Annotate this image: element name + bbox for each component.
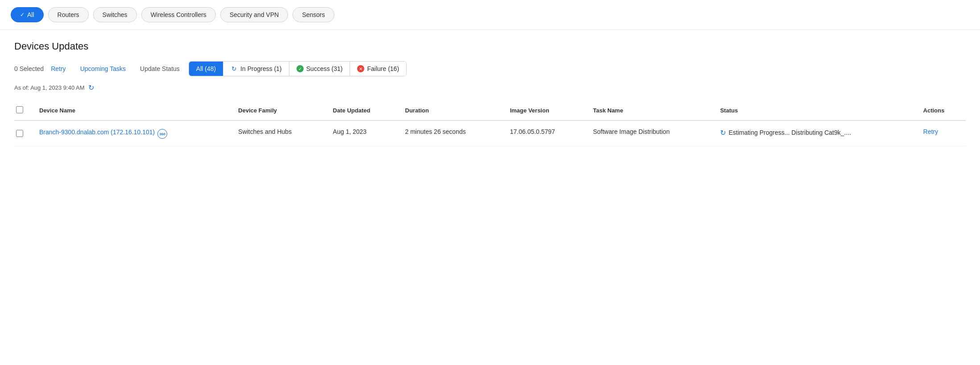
filter-tab-sensors[interactable]: Sensors	[292, 7, 334, 22]
header-duration: Duration	[398, 101, 503, 120]
header-task-name: Task Name	[586, 101, 713, 120]
selected-count: 0 Selected	[14, 65, 44, 72]
row-task-name: Software Image Distribution	[586, 120, 713, 146]
filter-tab-routers[interactable]: Routers	[48, 7, 89, 22]
filter-tab-all[interactable]: ✓ All	[11, 7, 44, 22]
header-checkbox	[14, 101, 32, 120]
success-icon: ✓	[296, 65, 304, 72]
row-device-family: Switches and Hubs	[231, 120, 325, 146]
toolbar: 0 Selected Retry Upcoming Tasks Update S…	[14, 61, 966, 76]
check-icon: ✓	[20, 12, 25, 18]
table-container: Device Name Device Family Date Updated D…	[14, 101, 966, 146]
row-checkbox[interactable]	[16, 130, 23, 137]
upcoming-tasks-button[interactable]: Upcoming Tasks	[80, 65, 126, 72]
header-device-family: Device Family	[231, 101, 325, 120]
row-status-cell: ↻ Estimating Progress... Distributing Ca…	[713, 120, 916, 146]
status-tabs: All (48) ↻ In Progress (1) ✓ Success (31…	[189, 61, 407, 76]
row-checkbox-cell	[14, 120, 32, 146]
row-actions-cell: Retry	[916, 120, 966, 146]
table-header-row: Device Name Device Family Date Updated D…	[14, 101, 966, 120]
update-status-label: Update Status	[140, 65, 180, 72]
header-device-name: Device Name	[32, 101, 231, 120]
header-date-updated: Date Updated	[326, 101, 398, 120]
filter-tabs-bar: ✓ All Routers Switches Wireless Controll…	[0, 0, 980, 30]
row-status-text: Estimating Progress... Distributing Cat9…	[729, 128, 851, 137]
main-content: Devices Updates 0 Selected Retry Upcomin…	[0, 30, 980, 157]
filter-tab-wireless-controllers[interactable]: Wireless Controllers	[141, 7, 216, 22]
in-progress-icon: ↻	[231, 65, 238, 72]
select-all-checkbox[interactable]	[16, 106, 23, 113]
row-image-version: 17.06.05.0.5797	[503, 120, 586, 146]
devices-table: Device Name Device Family Date Updated D…	[14, 101, 966, 146]
header-actions: Actions	[916, 101, 966, 120]
spinning-icon: ↻	[720, 129, 726, 137]
status-tab-failure[interactable]: ✕ Failure (16)	[350, 62, 406, 76]
status-tab-success[interactable]: ✓ Success (31)	[289, 62, 350, 76]
table-row: Branch-9300.dnalab.com (172.16.10.101) 3…	[14, 120, 966, 146]
status-tab-in-progress[interactable]: ↻ In Progress (1)	[223, 62, 289, 76]
header-image-version: Image Version	[503, 101, 586, 120]
retry-button[interactable]: Retry	[51, 65, 66, 72]
row-date-updated: Aug 1, 2023	[326, 120, 398, 146]
header-status: Status	[713, 101, 916, 120]
device-name-link[interactable]: Branch-9300.dnalab.com (172.16.10.101)	[39, 128, 155, 137]
timestamp-row: As of: Aug 1, 2023 9:40 AM ↻	[14, 83, 966, 92]
filter-tab-switches[interactable]: Switches	[93, 7, 137, 22]
refresh-icon[interactable]: ↻	[88, 83, 94, 92]
status-tab-all[interactable]: All (48)	[189, 62, 223, 76]
page-title: Devices Updates	[14, 41, 966, 52]
timestamp-label: As of: Aug 1, 2023 9:40 AM	[14, 84, 85, 91]
failure-icon: ✕	[357, 65, 364, 72]
row-device-name-cell: Branch-9300.dnalab.com (172.16.10.101) 3…	[32, 120, 231, 146]
filter-tab-security-vpn[interactable]: Security and VPN	[220, 7, 288, 22]
device-360-icon[interactable]: 360	[157, 129, 167, 139]
row-retry-button[interactable]: Retry	[923, 128, 938, 135]
row-duration: 2 minutes 26 seconds	[398, 120, 503, 146]
